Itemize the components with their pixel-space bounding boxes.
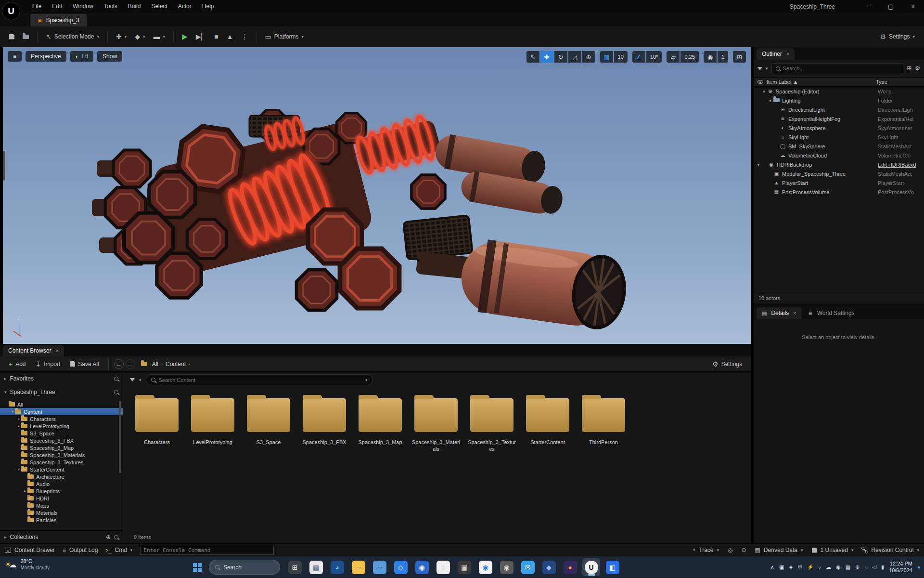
asset-folder-thirdperson[interactable]: ThirdPerson	[580, 394, 627, 453]
taskbar-app-terminal[interactable]: ▣	[455, 558, 473, 576]
taskbar-app-maps[interactable]: ◉	[413, 558, 431, 576]
eye-icon[interactable]	[757, 80, 763, 84]
settings-dropdown[interactable]: ⚙ Settings ▾	[877, 29, 918, 44]
taskbar-app-file-explorer[interactable]: ▱	[349, 558, 367, 576]
outliner-row[interactable]: ▾◉HDRIBackdropEdit HDRIBackd	[754, 160, 924, 169]
minimize-button[interactable]: –	[858, 0, 880, 13]
revision-control-dropdown[interactable]: Revision Control ▾	[862, 547, 919, 553]
type-column-header[interactable]: Type	[876, 79, 920, 85]
expander-icon[interactable]: ▾	[10, 409, 15, 414]
tree-item-levelprototyping[interactable]: ▸LevelPrototyping	[0, 422, 123, 430]
expander-icon[interactable]: ▾	[756, 162, 761, 167]
platforms-dropdown[interactable]: ▭ Platforms ▾	[262, 29, 307, 44]
unsaved-dropdown[interactable]: 1 Unsaved ▾	[812, 547, 854, 553]
tree-item-all[interactable]: All	[0, 401, 123, 408]
search-icon[interactable]	[114, 377, 118, 381]
profiler-icon[interactable]: ⊙	[742, 547, 746, 553]
taskbar-app-photos[interactable]: ◌	[434, 558, 452, 576]
taskbar-search[interactable]: Search	[209, 560, 280, 575]
weather-widget[interactable]: ☀ ☁ 28°C Mostly cloudy	[5, 558, 50, 571]
grid-snap-toggle[interactable]: ▦	[600, 51, 613, 63]
tab-world-settings[interactable]: ⊕ World Settings	[803, 307, 860, 319]
item-label-column-header[interactable]: Item Label ▲	[767, 79, 798, 85]
taskbar-app-chrome[interactable]: ◉	[476, 558, 494, 576]
breadcrumb-content[interactable]: Content	[165, 361, 187, 368]
content-search-input[interactable]	[159, 377, 362, 383]
tree-item-content[interactable]: ▾Content	[0, 408, 123, 415]
tree-item-spaceship_3_map[interactable]: Spaceship_3_Map	[0, 444, 123, 451]
save-all-button[interactable]: Save All	[66, 358, 103, 370]
outliner-search-box[interactable]	[771, 63, 904, 74]
volume-icon[interactable]: ◁	[872, 564, 876, 570]
tray-display-icon[interactable]: ▣	[779, 564, 784, 570]
trace-dropdown[interactable]: ◔ Trace ▾	[692, 547, 719, 553]
tree-item-particles[interactable]: Particles	[0, 516, 123, 524]
cmd-dropdown[interactable]: >_ Cmd ▾	[105, 547, 132, 553]
play-options-button[interactable]: ⋮	[238, 29, 252, 44]
menu-item-select[interactable]: Select	[146, 0, 172, 13]
chevron-right-icon[interactable]: ▸	[4, 376, 7, 381]
menu-item-tools[interactable]: Tools	[99, 0, 123, 13]
actor-type[interactable]: Edit HDRIBackd	[878, 162, 922, 168]
tree-item-architecture[interactable]: Architecture	[0, 473, 123, 480]
level-viewport[interactable]: ≡ Perspective ◐Lit Show ↖ ✚ ↻ ◿ ⊕ ▦ 10 ∠…	[3, 47, 751, 344]
battery-icon[interactable]: ▮	[881, 564, 884, 570]
outliner-row[interactable]: ☼SkyLightSkyLight	[754, 132, 924, 142]
gear-icon[interactable]: ⚙	[915, 65, 920, 72]
expander-icon[interactable]: ▾	[16, 467, 21, 472]
menu-item-help[interactable]: Help	[197, 0, 219, 13]
tree-item-startercontent[interactable]: ▾StarterContent	[0, 466, 123, 473]
project-section[interactable]: ▾ Spaceship_Three	[0, 385, 123, 399]
taskbar-app-task-view[interactable]: ⊞	[286, 558, 304, 576]
close-button[interactable]: ×	[902, 0, 924, 13]
search-icon[interactable]	[114, 535, 118, 539]
move-tool-button[interactable]: ✚	[540, 51, 553, 63]
new-folder-icon[interactable]: ⊞	[907, 65, 911, 72]
chevron-right-icon[interactable]: ▸	[4, 535, 7, 539]
taskbar-app-mail[interactable]: ✉	[519, 558, 537, 576]
insights-icon[interactable]: ◎	[728, 547, 732, 553]
rotate-tool-button[interactable]: ↻	[554, 51, 567, 63]
scale-snap-value[interactable]: 0.25	[680, 51, 698, 63]
menu-item-file[interactable]: File	[27, 0, 47, 13]
filter-icon[interactable]	[757, 67, 762, 70]
expander-icon[interactable]: ▸	[16, 417, 21, 421]
chevron-down-icon[interactable]: ▾	[4, 390, 7, 394]
breadcrumb-all[interactable]: All	[151, 361, 159, 368]
select-tool-button[interactable]: ↖	[526, 51, 539, 63]
forward-button[interactable]: →	[126, 359, 135, 369]
asset-folder-s3_space[interactable]: S3_Space	[245, 394, 292, 453]
tree-item-s3_space[interactable]: S3_Space	[0, 430, 123, 437]
tab-spaceship-3[interactable]: ▣ Spaceship_3	[30, 14, 87, 26]
back-button[interactable]: ←	[114, 359, 124, 369]
tab-details[interactable]: ▤ Details ×	[757, 307, 802, 319]
outliner-row[interactable]: ▾LightingFolder	[754, 96, 924, 105]
tree-item-characters[interactable]: ▸Characters	[0, 415, 123, 422]
eject-button[interactable]: ▲	[223, 29, 237, 44]
camera-speed-button[interactable]: ◉	[704, 51, 717, 63]
asset-folder-startercontent[interactable]: StarterContent	[525, 394, 571, 453]
close-icon[interactable]: ×	[786, 51, 789, 57]
tree-scrollbar[interactable]	[119, 401, 121, 473]
expander-icon[interactable]: ▾	[768, 98, 773, 103]
chevron-down-icon[interactable]: ▾	[766, 66, 768, 71]
asset-folder-spaceship_3_map[interactable]: Spaceship_3_Map	[357, 394, 403, 453]
save-button[interactable]	[6, 29, 18, 44]
taskbar-app-notepad[interactable]: ▤	[307, 558, 325, 576]
taskbar-app-folder-blue[interactable]: ▱	[371, 558, 388, 576]
add-collection-icon[interactable]: ⊕	[106, 534, 111, 540]
chevron-down-icon[interactable]: ▾	[139, 378, 141, 382]
tree-item-hdri[interactable]: HDRI	[0, 495, 123, 502]
tree-item-spaceship_3_fbx[interactable]: Spaceship_3_FBX	[0, 437, 123, 444]
taskbar-app-app-navy[interactable]: ◆	[540, 558, 558, 576]
viewport-edge-scrollbar[interactable]	[3, 151, 5, 181]
tab-content-browser[interactable]: Content Browser ×	[3, 345, 64, 356]
outliner-row[interactable]: ▣Modular_Spaceship_ThreeStaticMeshAct	[754, 169, 924, 178]
asset-folder-spaceship_3_textures[interactable]: Spaceship_3_Textures	[469, 394, 515, 453]
tree-item-spaceship_3_textures[interactable]: Spaceship_3_Textures	[0, 459, 123, 466]
outliner-row[interactable]: ▦PostProcessVolumePostProcessVo	[754, 187, 924, 197]
menu-item-window[interactable]: Window	[67, 0, 99, 13]
console-command-input[interactable]	[140, 546, 274, 555]
outliner-row[interactable]: ▾⊕Spaceship (Editor)World	[754, 87, 924, 96]
tray-grid-icon[interactable]: ▦	[846, 564, 850, 570]
